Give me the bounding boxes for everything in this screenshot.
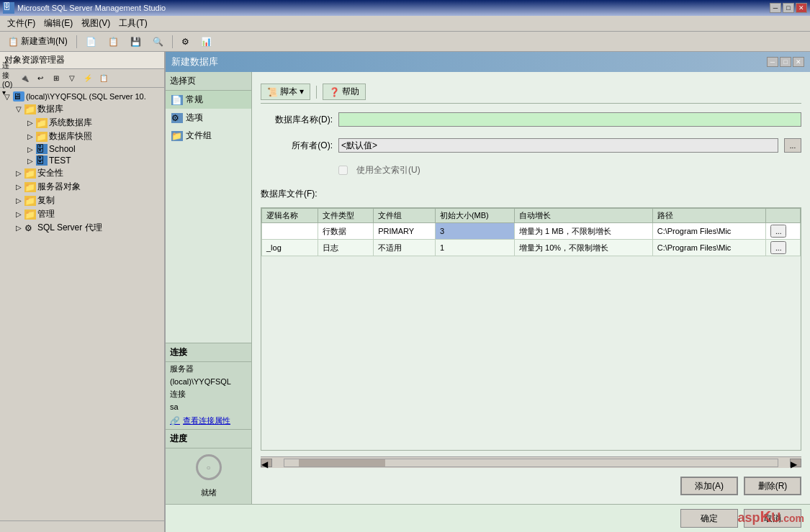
oe-btn-5[interactable]: 📋 bbox=[96, 71, 111, 86]
server-obj-label: 服务器对象 bbox=[37, 181, 81, 193]
sidebar-options-label: 选项 bbox=[186, 112, 203, 124]
oe-btn-3[interactable]: ⊞ bbox=[49, 71, 63, 86]
toolbar-btn-2[interactable]: 📋 bbox=[103, 34, 124, 50]
menu-file[interactable]: 文件(F) bbox=[3, 16, 40, 31]
dialog-close-btn[interactable]: ✕ bbox=[793, 57, 804, 67]
fulltext-checkbox[interactable] bbox=[338, 166, 348, 175]
link-icon: 🔗 bbox=[170, 416, 180, 425]
db-icon-school: 🗄 bbox=[36, 144, 48, 154]
replication-label: 复制 bbox=[37, 194, 55, 207]
db-name-input[interactable] bbox=[338, 112, 801, 127]
maximize-button[interactable]: □ bbox=[783, 3, 794, 13]
server-label-text: 服务器 bbox=[170, 364, 194, 373]
dialog-maximize-btn[interactable]: □ bbox=[780, 57, 791, 67]
connection-title: 连接 bbox=[166, 343, 251, 362]
tree-item-snapshots[interactable]: ▷ 📁 数据库快照 bbox=[0, 130, 164, 143]
new-query-icon: 📋 bbox=[8, 37, 19, 47]
oe-toolbar: 连接(O) ▾ 🔌 ↩ ⊞ ▽ ⚡ 📋 bbox=[0, 69, 164, 88]
dialog-title: 新建数据库 bbox=[171, 55, 218, 68]
cell-size-2[interactable]: 1 bbox=[435, 240, 514, 256]
scroll-track[interactable] bbox=[284, 459, 778, 467]
expander-test: ▷ bbox=[24, 157, 36, 165]
server-icon: 🖥 bbox=[13, 91, 24, 102]
conn-value-text: sa bbox=[170, 402, 179, 411]
cell-logical-2[interactable]: _log bbox=[262, 240, 318, 256]
toolbar-btn-1[interactable]: 📄 bbox=[81, 34, 102, 50]
conn-label-row: 连接 bbox=[166, 387, 251, 401]
toolbar-btn-3[interactable]: 💾 bbox=[125, 34, 146, 50]
table-row[interactable]: _log 日志 不适用 1 增量为 10%，不限制增长 C:\Program F… bbox=[262, 240, 801, 256]
script-button[interactable]: 📜 脚本 ▾ bbox=[261, 84, 310, 100]
table-row[interactable]: 行数据 PRIMARY 3 增量为 1 MB，不限制增长 C:\Program … bbox=[262, 223, 801, 240]
agent-label: SQL Server 代理 bbox=[37, 222, 102, 234]
sidebar-item-options[interactable]: ⚙ 选项 bbox=[166, 109, 251, 127]
tree-item-system-db[interactable]: ▷ 📁 系统数据库 bbox=[0, 116, 164, 130]
tree-item-databases[interactable]: ▽ 📁 数据库 bbox=[0, 102, 164, 116]
oe-filter-btn[interactable]: ▽ bbox=[65, 71, 79, 86]
ok-button[interactable]: 确定 bbox=[680, 509, 738, 528]
help-button[interactable]: ❓ 帮助 bbox=[323, 84, 366, 100]
oe-btn-1[interactable]: 🔌 bbox=[17, 71, 32, 86]
scroll-thumb[interactable] bbox=[299, 459, 385, 466]
script-label: 脚本 ▾ bbox=[280, 86, 304, 98]
dialog-window-controls: ─ □ ✕ bbox=[767, 57, 804, 67]
owner-browse-btn[interactable]: ... bbox=[784, 138, 801, 153]
tree-item-test[interactable]: ▷ 🗄 TEST bbox=[0, 155, 164, 166]
fulltext-row: 使用全文索引(U) bbox=[261, 164, 801, 176]
add-button[interactable]: 添加(A) bbox=[680, 477, 738, 495]
files-table-wrapper: 逻辑名称 文件类型 文件组 初始大小(MB) 自动增长 路径 bbox=[261, 207, 801, 451]
cell-size-1[interactable]: 3 bbox=[435, 223, 514, 240]
expander-agent: ▷ bbox=[13, 224, 24, 232]
tree-item-server-objects[interactable]: ▷ 📁 服务器对象 bbox=[0, 180, 164, 194]
server-value-text: (local)\YYQFSQL bbox=[170, 377, 231, 386]
browse-btn-2[interactable]: ... bbox=[770, 241, 786, 254]
tree-item-management[interactable]: ▷ 📁 管理 bbox=[0, 207, 164, 221]
cell-logical-1[interactable] bbox=[262, 223, 318, 240]
confirm-area: 确定 取消 bbox=[166, 504, 810, 532]
scroll-right-btn[interactable]: ▶ bbox=[790, 459, 801, 467]
oe-scrollbar[interactable] bbox=[0, 520, 164, 532]
expander-server: ▽ bbox=[1, 93, 13, 101]
db-icon-test: 🗄 bbox=[36, 155, 48, 166]
oe-btn-2[interactable]: ↩ bbox=[33, 71, 48, 86]
close-button[interactable]: ✕ bbox=[796, 3, 807, 13]
toolbar-separator-2 bbox=[172, 35, 173, 48]
menu-view[interactable]: 视图(V) bbox=[77, 16, 114, 31]
owner-input[interactable] bbox=[338, 138, 778, 153]
expander-school: ▷ bbox=[24, 145, 36, 153]
files-table: 逻辑名称 文件类型 文件组 初始大小(MB) 自动增长 路径 bbox=[261, 208, 801, 256]
new-query-button[interactable]: 📋 新建查询(N) bbox=[3, 34, 73, 50]
cancel-button[interactable]: 取消 bbox=[744, 509, 801, 528]
dialog-minimize-btn[interactable]: ─ bbox=[767, 57, 778, 67]
cell-browse-2[interactable]: ... bbox=[766, 240, 801, 256]
object-explorer-title: 对象资源管理器 bbox=[0, 52, 164, 69]
tree-item-server[interactable]: ▽ 🖥 (local)\YYQFSQL (SQL Server 10. bbox=[0, 91, 164, 102]
view-connection-props-link[interactable]: 🔗 查看连接属性 bbox=[166, 412, 251, 429]
app-title: Microsoft SQL Server Management Studio bbox=[17, 4, 166, 12]
oe-btn-4[interactable]: ⚡ bbox=[81, 71, 95, 86]
remove-button[interactable]: 删除(R) bbox=[744, 477, 801, 495]
conn-value-row: sa bbox=[166, 401, 251, 412]
minimize-button[interactable]: ─ bbox=[770, 3, 781, 13]
sidebar-item-general[interactable]: 📄 常规 bbox=[166, 91, 251, 109]
scroll-left-btn[interactable]: ◀ bbox=[261, 459, 272, 467]
toolbar-btn-4[interactable]: 🔍 bbox=[148, 34, 168, 50]
toolbar-btn-6[interactable]: 📊 bbox=[196, 34, 217, 50]
tree-item-replication[interactable]: ▷ 📁 复制 bbox=[0, 194, 164, 207]
menu-edit[interactable]: 编辑(E) bbox=[40, 16, 77, 31]
col-type: 文件类型 bbox=[318, 209, 374, 223]
menu-tools[interactable]: 工具(T) bbox=[114, 16, 151, 31]
table-scrollbar[interactable]: ◀ ▶ bbox=[261, 456, 801, 468]
folder-icon-snapshots: 📁 bbox=[36, 132, 48, 142]
browse-btn-1[interactable]: ... bbox=[770, 225, 786, 238]
databases-label: 数据库 bbox=[37, 103, 63, 115]
cell-browse-1[interactable]: ... bbox=[766, 223, 801, 240]
tree-item-school[interactable]: ▷ 🗄 School bbox=[0, 143, 164, 155]
tree-item-sql-agent[interactable]: ▷ ⚙ SQL Server 代理 bbox=[0, 221, 164, 235]
table-actions: 添加(A) 删除(R) bbox=[261, 477, 801, 495]
oe-connect-btn[interactable]: 连接(O) ▾ bbox=[1, 71, 16, 86]
sidebar-item-filegroups[interactable]: 📁 文件组 bbox=[166, 127, 251, 145]
tree-item-security[interactable]: ▷ 📁 安全性 bbox=[0, 166, 164, 180]
toolbar-btn-5[interactable]: ⚙ bbox=[176, 34, 194, 50]
main-layout: 对象资源管理器 连接(O) ▾ 🔌 ↩ ⊞ ▽ ⚡ 📋 ▽ 🖥 (local)\… bbox=[0, 52, 810, 532]
